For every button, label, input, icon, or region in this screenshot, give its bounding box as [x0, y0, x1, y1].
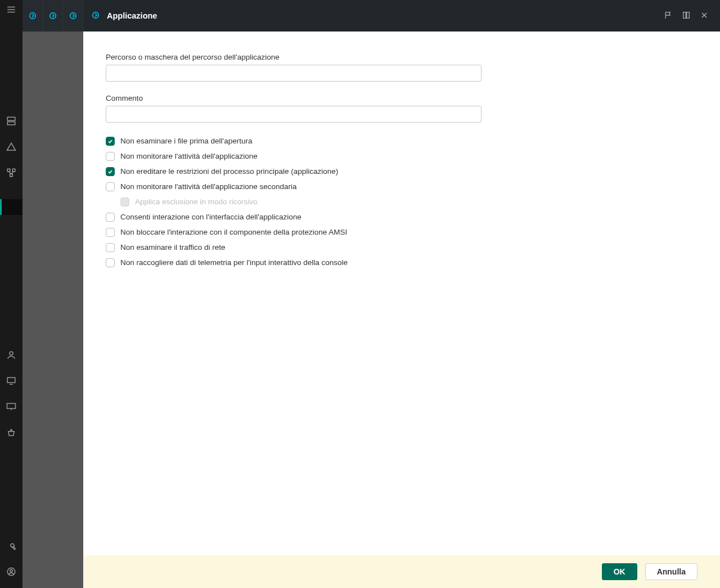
checkbox-label: Non esaminare il traffico di rete [120, 243, 226, 253]
checkbox-label: Non monitorare l'attività dell'applicazi… [120, 151, 258, 161]
svg-rect-4 [7, 122, 15, 125]
user-icon[interactable] [6, 350, 16, 360]
svg-rect-6 [12, 169, 15, 172]
path-label: Percorso o maschera del percorso dell'ap… [106, 53, 698, 61]
panel-icon [91, 11, 100, 21]
cancel-button[interactable]: Annulla [645, 563, 698, 580]
checkbox-label: Applica esclusione in modo ricorsivo [135, 197, 258, 207]
checkbox[interactable] [106, 182, 115, 191]
path-input[interactable] [106, 65, 482, 82]
svg-rect-5 [7, 169, 10, 172]
checkbox-label: Non esaminare i file prima dell'apertura [120, 136, 252, 146]
checkbox-label: Non ereditare le restrizioni del process… [120, 167, 338, 177]
checkbox [120, 198, 129, 207]
dashboard-icon[interactable] [6, 116, 16, 126]
checkbox-label: Non monitorare l'attività dell'applicazi… [120, 182, 297, 192]
basket-icon[interactable] [6, 428, 16, 438]
checkbox-label: Consenti interazione con l'interfaccia d… [120, 212, 302, 222]
bg-strip [22, 0, 43, 588]
book-icon[interactable] [682, 11, 691, 21]
panel-title: Applicazione [107, 11, 157, 20]
check-row-monitor-app: Non monitorare l'attività dell'applicazi… [106, 150, 698, 163]
svg-point-17 [29, 13, 35, 19]
checkbox-label: Non raccogliere dati di telemetria per l… [120, 258, 348, 268]
check-row-amsi: Non bloccare l'interazione con il compon… [106, 226, 698, 239]
svg-rect-13 [7, 403, 16, 409]
checkbox[interactable] [106, 137, 115, 146]
check-row-monitor-child: Non monitorare l'attività dell'applicazi… [106, 181, 698, 193]
checkbox-label: Non bloccare l'interazione con il compon… [120, 227, 347, 237]
svg-point-19 [70, 13, 76, 19]
svg-rect-7 [10, 174, 13, 177]
close-icon[interactable] [700, 11, 709, 21]
check-row-scan-on-open: Non esaminare i file prima dell'apertura [106, 135, 698, 147]
checkbox[interactable] [106, 258, 115, 267]
wrench-icon[interactable] [6, 541, 16, 551]
panel-content: Percorso o maschera del percorso dell'ap… [83, 32, 720, 555]
svg-rect-3 [7, 117, 15, 120]
bg-strip [63, 0, 83, 588]
check-row-ui-interaction: Consenti interazione con l'interfaccia d… [106, 211, 698, 223]
monitor-icon[interactable] [6, 402, 16, 412]
checkbox[interactable] [106, 228, 115, 237]
check-row-network-traffic: Non esaminare il traffico di rete [106, 241, 698, 254]
breadcrumb-step-icon[interactable] [22, 0, 43, 32]
checkbox[interactable] [106, 243, 115, 252]
breadcrumb-step-icon[interactable] [43, 0, 63, 32]
check-row-recursive: Applica esclusione in modo ricorsivo [120, 196, 698, 208]
svg-point-20 [93, 12, 99, 18]
svg-rect-11 [7, 378, 15, 383]
checkbox[interactable] [106, 152, 115, 161]
active-sidebar-indicator [0, 199, 22, 215]
tree-icon[interactable] [6, 168, 16, 178]
check-row-telemetry: Non raccogliere dati di telemetria per l… [106, 257, 698, 269]
bg-strip [43, 0, 63, 588]
ok-button[interactable]: OK [602, 563, 637, 580]
application-panel: Applicazione Percorso o maschera del per… [83, 0, 720, 588]
comment-input[interactable] [106, 106, 482, 123]
comment-label: Commento [106, 94, 698, 102]
svg-point-10 [10, 352, 13, 355]
checkbox[interactable] [106, 167, 115, 176]
hamburger-menu-icon[interactable] [6, 5, 16, 15]
svg-point-16 [10, 569, 13, 572]
checkbox[interactable] [106, 213, 115, 222]
svg-point-18 [50, 13, 56, 19]
account-icon[interactable] [6, 567, 16, 577]
device-icon[interactable] [6, 376, 16, 386]
check-row-inherit-restrictions: Non ereditare le restrizioni del process… [106, 165, 698, 178]
flag-icon[interactable] [664, 11, 673, 21]
alert-icon[interactable] [6, 142, 16, 152]
breadcrumb-step-icon[interactable] [63, 0, 83, 32]
app-sidebar [0, 0, 22, 588]
panel-footer: OK Annulla [83, 555, 720, 588]
panel-header: Applicazione [83, 0, 720, 32]
